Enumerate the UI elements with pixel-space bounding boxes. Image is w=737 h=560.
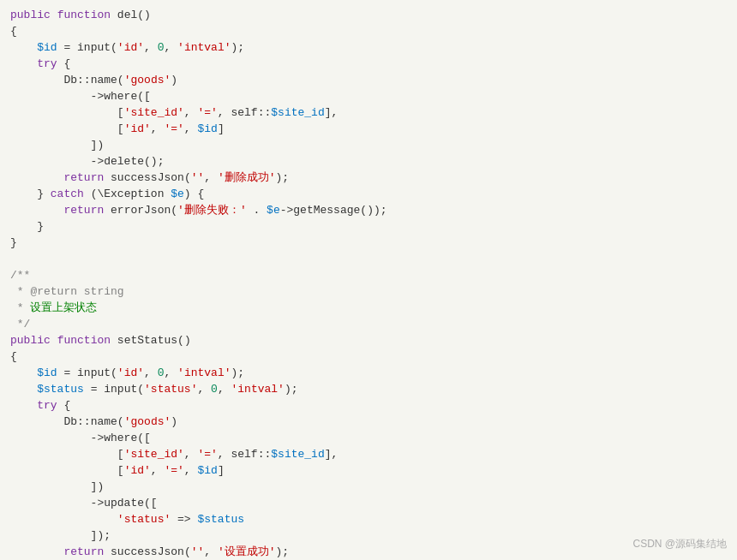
code-line-5: Db::name('goods') (10, 72, 727, 88)
code-line-31: ->update([ (10, 495, 727, 511)
code-line-27: ->where([ (10, 430, 727, 446)
code-line-29: ['id', '=', $id] (10, 462, 727, 479)
code-line-23: $id = input('id', 0, 'intval'); (10, 365, 727, 381)
code-line-8: ['id', '=', $id] (10, 121, 727, 137)
code-line-1: public function del() (10, 7, 727, 23)
code-line-34: return successJson('', '设置成功'); (10, 544, 727, 560)
code-line-20: */ (10, 316, 727, 332)
watermark: CSDN @源码集结地 (632, 537, 727, 551)
code-line-4: try { (10, 56, 727, 72)
code-line-2: { (10, 23, 727, 39)
code-line-10: ->delete(); (10, 153, 727, 170)
code-line-24: $status = input('status', 0, 'intval'); (10, 381, 727, 397)
code-line-3: $id = input('id', 0, 'intval'); (10, 39, 727, 56)
code-line-18: * @return string (10, 283, 727, 300)
code-line-12: } catch (\Exception $e) { (10, 186, 727, 202)
code-line-9: ]) (10, 137, 727, 153)
code-line-17: /** (10, 267, 727, 283)
code-line-11: return successJson('', '删除成功'); (10, 170, 727, 186)
code-line-7: ['site_id', '=', self::$site_id], (10, 104, 727, 121)
code-line-14: } (10, 218, 727, 235)
code-line-26: Db::name('goods') (10, 414, 727, 430)
code-line-33: ]); (10, 527, 727, 544)
code-line-25: try { (10, 397, 727, 414)
code-line-16 (10, 251, 727, 267)
code-line-19: * 设置上架状态 (10, 300, 727, 316)
code-line-22: { (10, 349, 727, 365)
code-line-21: public function setStatus() (10, 332, 727, 349)
code-line-15: } (10, 235, 727, 251)
code-line-30: ]) (10, 479, 727, 495)
code-line-32: 'status' => $status (10, 511, 727, 527)
code-line-6: ->where([ (10, 88, 727, 104)
code-line-13: return errorJson('删除失败：' . $e->getMessag… (10, 202, 727, 218)
code-line-28: ['site_id', '=', self::$site_id], (10, 446, 727, 462)
code-container: public function del() { $id = input('id'… (0, 0, 737, 560)
